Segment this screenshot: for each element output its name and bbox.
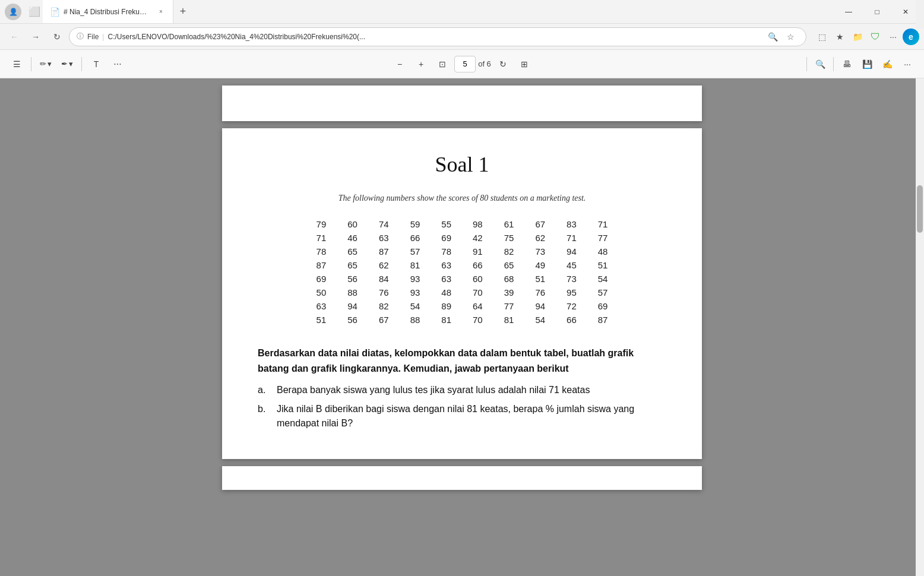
text-tool-button[interactable]: T bbox=[87, 55, 106, 74]
score-cell: 76 bbox=[524, 286, 556, 299]
menu-button[interactable]: ☰ bbox=[7, 55, 26, 74]
score-cell: 51 bbox=[587, 258, 619, 272]
score-cell: 70 bbox=[462, 313, 493, 327]
score-cell: 81 bbox=[431, 313, 462, 327]
maximize-button[interactable]: □ bbox=[863, 2, 891, 21]
fit-width-button[interactable]: ⊞ bbox=[515, 55, 534, 74]
active-tab[interactable]: 📄 # Nia_4 Distribusi Frekuensi (Soal × bbox=[43, 0, 173, 23]
score-cell: 94 bbox=[524, 299, 556, 313]
list-item: b.Jika nilai B diberikan bagi siswa deng… bbox=[258, 402, 666, 431]
scrollbar-thumb[interactable] bbox=[917, 185, 923, 233]
score-cell: 91 bbox=[462, 245, 493, 258]
rotate-button[interactable]: ↻ bbox=[493, 55, 512, 74]
address-input[interactable]: ⓘ File | C:/Users/LENOVO/Downloads/%23%2… bbox=[69, 27, 806, 46]
score-cell: 76 bbox=[368, 286, 400, 299]
collections-icon[interactable]: 📁 bbox=[849, 29, 866, 45]
score-cell: 60 bbox=[462, 272, 493, 286]
score-cell: 68 bbox=[493, 272, 525, 286]
zoom-out-button[interactable]: − bbox=[390, 55, 409, 74]
pdf-page-5: Soal 1 The following numbers show the sc… bbox=[222, 128, 702, 459]
score-cell: 87 bbox=[587, 313, 619, 327]
refresh-button[interactable]: ↻ bbox=[48, 27, 67, 46]
score-cell: 93 bbox=[400, 272, 431, 286]
table-row: 69568493636068517354 bbox=[306, 272, 619, 286]
score-cell: 75 bbox=[493, 231, 525, 245]
score-cell: 71 bbox=[306, 231, 337, 245]
right-sep-2 bbox=[833, 57, 834, 71]
page-controls: − + ⊡ of 6 ↻ ⊞ bbox=[390, 55, 534, 74]
more-options-button[interactable]: ··· bbox=[898, 55, 917, 74]
score-cell: 54 bbox=[587, 272, 619, 286]
avatar: 👤 bbox=[5, 4, 21, 20]
new-tab-button[interactable]: + bbox=[173, 2, 192, 21]
zoom-in-button[interactable]: + bbox=[412, 55, 431, 74]
title-bar-left: 👤 ⬜ bbox=[5, 4, 43, 20]
pdf-right-tools: 🔍 🖶 💾 ✍ ··· bbox=[804, 55, 917, 74]
url-text: C:/Users/LENOVO/Downloads/%23%20Nia_4%20… bbox=[107, 33, 761, 41]
score-cell: 98 bbox=[462, 217, 493, 231]
more-tools-button[interactable]: ··· bbox=[108, 55, 127, 74]
page-title: Soal 1 bbox=[258, 152, 666, 177]
score-table: 7960745955986167837171466366694275627177… bbox=[306, 217, 619, 327]
scrollbar-track[interactable] bbox=[916, 78, 924, 576]
tab-label: # Nia_4 Distribusi Frekuensi (Soal bbox=[64, 8, 150, 16]
score-cell: 94 bbox=[556, 245, 587, 258]
search-button[interactable]: 🔍 bbox=[811, 55, 830, 74]
extensions-icon[interactable]: 🛡 bbox=[867, 29, 884, 45]
score-cell: 45 bbox=[556, 258, 587, 272]
toolbar-right: ⬚ ★ 📁 🛡 ··· e bbox=[814, 29, 919, 45]
sidebar-toggle-button[interactable]: ⬜ bbox=[26, 4, 43, 20]
question-text: Jika nilai B diberikan bagi siswa dengan… bbox=[277, 402, 666, 431]
score-cell: 82 bbox=[493, 245, 525, 258]
pdf-tab-icon: 📄 bbox=[50, 7, 60, 17]
score-cell: 65 bbox=[337, 245, 368, 258]
annotate-button[interactable]: ✍ bbox=[878, 55, 897, 74]
score-cell: 78 bbox=[431, 245, 462, 258]
score-cell: 59 bbox=[400, 217, 431, 231]
score-cell: 62 bbox=[524, 231, 556, 245]
score-cell: 72 bbox=[556, 299, 587, 313]
score-cell: 51 bbox=[524, 272, 556, 286]
highlight-dropdown[interactable]: ✏ ▾ bbox=[36, 57, 55, 71]
tab-bar: 📄 # Nia_4 Distribusi Frekuensi (Soal × + bbox=[43, 0, 192, 23]
back-button[interactable]: ← bbox=[5, 27, 24, 46]
save-button[interactable]: 💾 bbox=[857, 55, 876, 74]
score-cell: 63 bbox=[306, 299, 337, 313]
favorites-bar-icon[interactable]: ★ bbox=[831, 29, 848, 45]
minimize-button[interactable]: — bbox=[835, 2, 862, 21]
print-button[interactable]: 🖶 bbox=[837, 55, 856, 74]
score-cell: 69 bbox=[587, 299, 619, 313]
table-row: 79607459559861678371 bbox=[306, 217, 619, 231]
favorites-icon[interactable]: ☆ bbox=[782, 29, 799, 45]
score-cell: 79 bbox=[306, 217, 337, 231]
highlight-chevron: ▾ bbox=[48, 59, 52, 68]
page-number-input[interactable] bbox=[454, 56, 476, 72]
more-tools-icon[interactable]: ··· bbox=[885, 29, 901, 45]
forward-button[interactable]: → bbox=[26, 27, 45, 46]
score-cell: 62 bbox=[368, 258, 400, 272]
score-cell: 57 bbox=[587, 286, 619, 299]
score-cell: 82 bbox=[368, 299, 400, 313]
scrollbar-top[interactable] bbox=[916, 0, 924, 29]
draw-dropdown[interactable]: ✒ ▾ bbox=[58, 57, 77, 71]
score-cell: 63 bbox=[368, 231, 400, 245]
question-list: a.Berapa banyak siswa yang lulus tes jik… bbox=[258, 383, 666, 431]
score-cell: 66 bbox=[462, 258, 493, 272]
score-cell: 69 bbox=[306, 272, 337, 286]
score-cell: 84 bbox=[368, 272, 400, 286]
instructions-text: Berdasarkan data nilai diatas, kelompokk… bbox=[258, 346, 666, 376]
draw-icon: ✒ bbox=[61, 59, 68, 68]
score-cell: 64 bbox=[462, 299, 493, 313]
edge-copilot-icon[interactable]: e bbox=[903, 29, 919, 45]
address-bar: ← → ↻ ⓘ File | C:/Users/LENOVO/Downloads… bbox=[0, 24, 924, 50]
question-label: a. bbox=[258, 383, 270, 397]
score-cell: 65 bbox=[493, 258, 525, 272]
score-cell: 89 bbox=[431, 299, 462, 313]
fit-page-button[interactable]: ⊡ bbox=[433, 55, 452, 74]
search-address-icon[interactable]: 🔍 bbox=[764, 29, 781, 45]
tab-close-button[interactable]: × bbox=[156, 7, 166, 17]
table-row: 50887693487039769557 bbox=[306, 286, 619, 299]
split-view-icon[interactable]: ⬚ bbox=[814, 29, 830, 45]
address-right-icons: 🔍 ☆ bbox=[764, 29, 799, 45]
score-cell: 93 bbox=[400, 286, 431, 299]
